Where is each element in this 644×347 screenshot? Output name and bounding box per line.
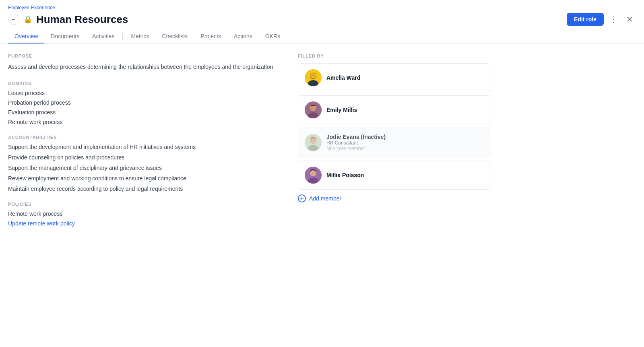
policies-label: POLICIES [8,202,282,207]
member-name-amelia: Amelia Ward [326,74,360,81]
tab-overview[interactable]: Overview [8,30,44,43]
member-name-emily: Emily Millis [326,107,357,113]
member-info-emily: Emily Millis [326,107,357,113]
right-column: FILLED BY Amelia Ward [298,54,491,227]
member-name-millie: Millie Poisson [326,172,364,178]
domain-item: Leave process [8,90,282,96]
accountabilities-label: ACCOUNTABILITIES [8,135,282,140]
accountability-item: Maintain employee records according to p… [8,186,282,192]
avatar-millie [305,167,322,184]
member-card-emily: Emily Millis [298,95,491,124]
lock-icon: 🔒 [23,15,32,24]
member-info-amelia: Amelia Ward [326,74,360,81]
main-content: PURPOSE Assess and develop processes det… [0,44,644,236]
accountability-item: Review employment and working conditions… [8,175,282,182]
page-title: Human Resources [36,13,128,26]
tabs: Overview Documents Activities Metrics Ch… [8,30,636,43]
accountability-item: Support the development and implementati… [8,144,282,150]
title-actions: Edit role ⋮ ✕ [567,13,636,26]
add-icon: + [298,194,306,202]
accountability-item: Support the management of disciplinary a… [8,165,282,171]
domains-label: DOMAINS [8,81,282,86]
accountability-item: Provide counseling on policies and proce… [8,154,282,161]
tab-activities[interactable]: Activities [86,30,121,43]
member-card-millie: Millie Poisson [298,161,491,190]
filled-by-label: FILLED BY [298,54,491,58]
tab-actions[interactable]: Actions [227,30,259,43]
avatar-emily [305,101,322,118]
left-column: PURPOSE Assess and develop processes det… [8,54,282,227]
title-row: ← 🔒 Human Resources Edit role ⋮ ✕ [8,13,636,26]
edit-role-button[interactable]: Edit role [567,13,604,26]
avatar-jodie [305,134,322,151]
close-button[interactable]: ✕ [623,13,636,26]
more-options-button[interactable]: ⋮ [607,13,620,26]
member-tag-jodie: Non core member [326,146,386,151]
tab-okrs[interactable]: OKRs [259,30,287,43]
title-left: ← 🔒 Human Resources [8,13,128,26]
svg-point-4 [311,72,316,77]
member-role-jodie: HR Consultant [326,140,386,146]
domain-item: Probation period process [8,99,282,106]
domain-item: Remote work process [8,119,282,125]
purpose-text: Assess and develop processes determining… [8,62,282,71]
avatar-amelia [305,69,322,86]
tab-metrics[interactable]: Metrics [124,30,155,43]
domain-item: Evaluation process [8,109,282,116]
add-member-label: Add member [309,195,341,202]
breadcrumb[interactable]: Employee Experience [8,5,636,10]
add-member-button[interactable]: + Add member [298,193,491,204]
member-card-jodie: Jodie Evans (Inactive) HR Consultant Non… [298,128,491,157]
policy-link[interactable]: Update remote work policy [8,220,282,227]
back-button[interactable]: ← [8,14,19,25]
policy-item: Remote work process [8,211,282,217]
tab-checklists[interactable]: Checklists [156,30,194,43]
tab-projects[interactable]: Projects [194,30,227,43]
tab-divider [122,33,123,40]
member-info-jodie: Jodie Evans (Inactive) HR Consultant Non… [326,134,386,151]
purpose-label: PURPOSE [8,54,282,58]
member-info-millie: Millie Poisson [326,172,364,178]
header: Employee Experience ← 🔒 Human Resources … [0,0,644,44]
member-name-jodie: Jodie Evans (Inactive) [326,134,386,140]
tab-documents[interactable]: Documents [44,30,86,43]
member-card-amelia: Amelia Ward [298,63,491,92]
